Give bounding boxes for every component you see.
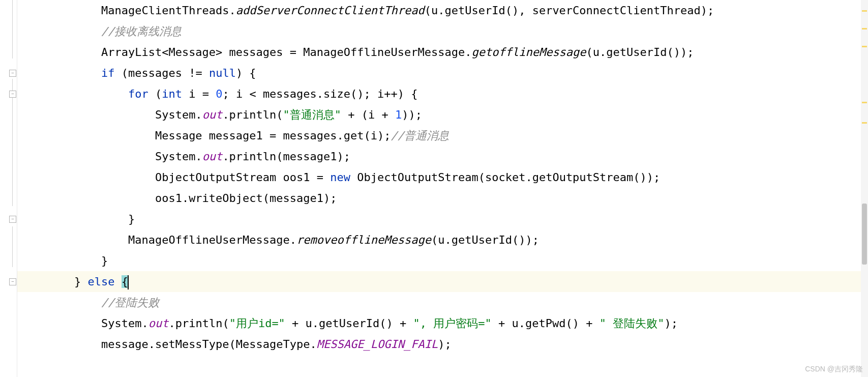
code-line[interactable]: Message message1 = messages.get(i);//普通消… <box>17 125 868 146</box>
fold-icon[interactable] <box>9 216 16 223</box>
vertical-scrollbar[interactable] <box>861 0 868 377</box>
code-line-current[interactable]: } else { <box>17 271 868 292</box>
code-line[interactable]: ObjectOutputStream oos1 = new ObjectOutp… <box>17 167 868 188</box>
code-line[interactable]: System.out.println(message1); <box>17 146 868 167</box>
fold-icon[interactable] <box>9 70 16 77</box>
code-line[interactable]: message.setMessType(MessageType.MESSAGE_… <box>17 334 868 355</box>
matched-brace: { <box>122 275 128 288</box>
code-line[interactable]: } <box>17 250 868 271</box>
code-line[interactable]: for (int i = 0; i < messages.size(); i++… <box>17 83 868 104</box>
code-line[interactable]: oos1.writeObject(message1); <box>17 188 868 209</box>
code-line[interactable]: System.out.println("用户id=" + u.getUserId… <box>17 313 868 334</box>
code-line[interactable]: //登陆失败 <box>17 292 868 313</box>
text-caret <box>128 275 129 289</box>
scroll-thumb[interactable] <box>862 204 867 265</box>
fold-icon[interactable] <box>9 91 16 98</box>
code-editor[interactable]: ManageClientThreads.addServerConnectClie… <box>17 0 868 377</box>
code-line[interactable]: ArrayList<Message> messages = ManageOffl… <box>17 42 868 63</box>
code-line[interactable]: System.out.println("普通消息" + (i + 1)); <box>17 104 868 125</box>
code-line[interactable]: } <box>17 209 868 229</box>
editor-gutter <box>0 0 17 377</box>
code-line[interactable]: if (messages != null) { <box>17 63 868 83</box>
code-line[interactable]: //接收离线消息 <box>17 21 868 42</box>
code-line[interactable]: ManageClientThreads.addServerConnectClie… <box>17 0 868 21</box>
fold-icon[interactable] <box>9 278 16 285</box>
watermark: CSDN @吉冈秀隆 <box>805 365 863 374</box>
code-line[interactable]: ManageOfflineUserMessage.removeofflineMe… <box>17 229 868 250</box>
